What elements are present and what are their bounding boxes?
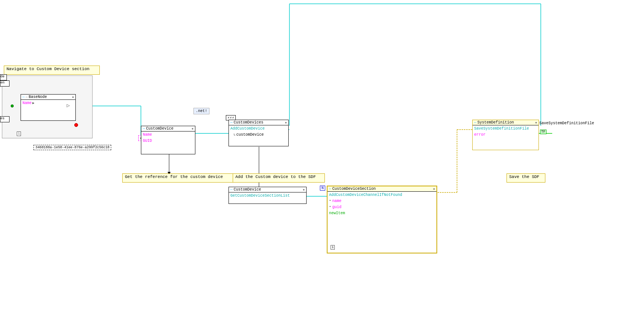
annotation-add-custom: Add the Custom device to the SDF [233,173,325,183]
green-dot-loop [11,104,14,107]
annotation-save-text: Save the SDF [509,175,539,179]
error-indicator [74,123,78,127]
node-customdevicesection-header: ↔ CustomDeviceSection ◈ [328,186,436,192]
annotation-add-text: Add the Custom device to the SDF [235,175,316,179]
partial-node-2: en [0,80,10,87]
node-customdevice-bottom[interactable]: ↔ CustomDevice ◈ GetCustomDeviceSectionL… [229,187,307,204]
node-systemdefinition-header: ↔ SystemDefinition ◈ [473,120,539,125]
annotation-get-reference: Get the reference for the custom device [122,173,233,183]
section-index-badge: i [331,245,335,250]
node-customdevices-header: ↔ CustomDevices ◈ [229,120,288,125]
node-customdevice-bottom-header: ↔ CustomDevice ◈ [229,187,306,192]
main-canvas: Navigate to Custom Device section ↔ ↔ Ba… [0,0,644,319]
node-systemdefinition[interactable]: ↔ SystemDefinition ◈ SaveSystemDefinitio… [472,120,539,150]
loop-container: ↔ ↔ BaseNode ◈ Name ▶ i [2,75,93,138]
node-customdevice-left[interactable]: ↔ CustomDevice ◈ Name GUID [141,126,195,154]
n-badge: N [320,186,325,191]
node-basenode-header: ↔ ↔ BaseNode ◈ [21,95,75,100]
value-guid-text: 3460188a-1e50-41ee-876e-a299f2c56c18 [35,146,109,149]
node-customdevices[interactable]: ↔ CustomDevices ◈ AddCustomDevice ↳ cust… [229,120,289,146]
wires-layer [0,0,644,319]
annotation-navigate-text: Navigate to Custom Device section [6,67,89,71]
node-customdevice-left-header: ↔ CustomDevice ◈ [141,126,195,131]
partial-node-3: es [0,116,10,122]
partial-node-1: de [0,74,7,80]
value-guid: 3460188a-1e50-41ee-876e-a299f2c56c18 [34,145,111,150]
annotation-getref-text: Get the reference for the custom device [125,175,223,179]
node-customdevicesection[interactable]: ↔ CustomDeviceSection ◈ AddCustomDeviceC… [327,186,437,253]
tf-badge: TF [540,130,547,134]
merge-triangle-icon: ▷ [67,102,70,109]
save-sdf-output-label: SaveSystemDefinitionFile [539,121,594,125]
dotnet-file-badge: .net! [193,108,209,114]
annotation-save-sdf: Save the SDF [507,173,545,183]
loop-index-badge: i [17,131,21,136]
basenode-icon: ↔ [22,95,24,99]
annotation-navigate-custom: Navigate to Custom Device section [4,66,100,75]
